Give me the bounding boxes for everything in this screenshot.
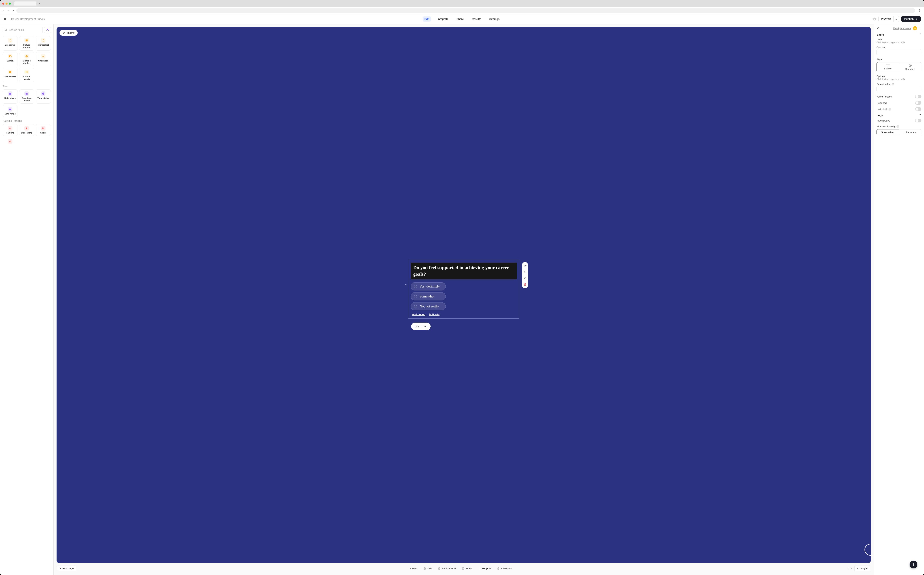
svg-point-22 [43,129,43,129]
page-tab-title[interactable]: Title [421,566,435,571]
svg-point-4 [10,56,11,57]
page-prev-icon[interactable]: ‹ [848,567,848,570]
field-type-link[interactable]: Multiple choice [893,27,911,30]
radio-icon [414,305,417,308]
section-basic-head[interactable]: Basic ⌃ [876,33,921,36]
field-checkbox[interactable]: Checkbox [36,52,51,67]
bulk-add-link[interactable]: Bulk add [429,313,440,316]
field-multiple-choice[interactable]: Multiple choice [19,52,34,67]
help-icon[interactable]: ? [892,83,894,86]
nav-forward-icon[interactable]: → [7,9,10,12]
field-ranking[interactable]: Ranking [3,124,18,136]
url-input[interactable] [16,8,915,13]
logic-button[interactable]: Logic [854,565,870,571]
swap-icon[interactable] [523,270,527,274]
bars-icon [8,139,13,144]
form-canvas[interactable]: Theme ⠿ Do you feel supported in achi [57,27,871,563]
close-icon[interactable]: ✕ [876,27,879,30]
window-max-dot[interactable] [9,3,11,5]
other-option-toggle[interactable] [915,95,921,98]
window-min-dot[interactable] [6,3,8,5]
add-option-link[interactable]: Add option [412,313,425,316]
question-title[interactable]: Do you feel supported in achieving your … [411,262,517,280]
page-tab-cover[interactable]: Cover [408,566,420,571]
trash-icon[interactable] [523,283,527,286]
field-time-picker[interactable]: Time picker [36,89,51,104]
help-icon[interactable]: ? [889,108,891,111]
default-value-label: Default value ? [876,83,921,86]
search-input[interactable]: Search fields [3,27,43,33]
copy-icon[interactable] [523,276,527,280]
field-dropdown[interactable]: Dropdown [3,36,18,51]
browser-menu-icon[interactable]: ⋮ [918,9,922,13]
nav-reload-icon[interactable]: ⟳ [12,9,14,12]
chevron-up-icon: ⌃ [919,33,921,36]
history-icon[interactable] [873,17,876,21]
default-value-input[interactable] [876,86,921,92]
preview-button[interactable]: Preview ⌄ [878,16,899,22]
nav-settings[interactable]: Settings [487,16,501,22]
half-width-toggle[interactable] [915,107,921,111]
field-checkboxes[interactable]: Checkboxes [3,68,18,82]
ai-sparkle-button[interactable] [44,27,51,33]
field-star-rating[interactable]: Star Rating [19,124,34,136]
theme-button[interactable]: Theme [59,30,78,36]
page-next-icon[interactable]: › [851,567,852,570]
hide-always-toggle[interactable] [915,119,921,122]
help-icon[interactable]: ? [897,125,899,128]
svg-rect-25 [10,141,10,142]
field-switch[interactable]: Switch [3,52,18,67]
page-tab-skills[interactable]: Skills [459,566,475,571]
calendar-icon [8,91,13,96]
page-tab-support[interactable]: ⋮ Support [475,566,494,571]
preview-dropdown-icon[interactable]: ⌄ [894,16,899,22]
home-icon[interactable] [3,17,6,21]
preview-button-label[interactable]: Preview [879,16,894,22]
other-option-label: "Other" option [876,95,892,98]
page-icon [462,567,464,570]
question-block: ⠿ Do you feel supported in achieving you… [408,260,519,330]
new-tab-button[interactable]: + [37,2,41,6]
window-close-dot[interactable] [2,3,4,5]
style-standard-seg[interactable]: Standard [899,62,921,72]
field-extra[interactable] [3,137,18,145]
next-button[interactable]: Next → [411,322,430,330]
caption-input[interactable] [876,49,921,56]
required-toggle[interactable] [915,101,921,105]
field-choice-matrix[interactable]: Choice matrix [19,68,34,82]
nav-back-icon[interactable]: ← [2,9,5,12]
clock-icon [41,91,45,96]
nav-results[interactable]: Results [470,16,483,22]
option-1[interactable]: Somewhat [411,292,446,300]
page-tab-satisfaction[interactable]: Satisfaction [435,566,459,571]
nav-integrate[interactable]: Integrate [436,16,450,22]
section-logic-head[interactable]: Logic ⌃ [876,114,921,117]
publish-button[interactable]: Publish [901,16,921,22]
matrix-icon [24,70,29,74]
help-fab[interactable]: ? [910,561,918,569]
hide-when-seg[interactable]: Hide when [899,129,921,135]
option-0[interactable]: Yes, definitely [411,282,446,291]
page-bar: + Add page Cover Title Satisf [57,565,871,572]
field-slider[interactable]: Slider [36,124,51,136]
add-page-button[interactable]: + Add page [57,565,76,571]
radio-icon [414,285,417,288]
bubble-style-icon [886,64,890,66]
option-2[interactable]: No, not really [411,302,446,310]
field-datetime-picker[interactable]: Date time picker [19,89,34,104]
style-bubble-seg[interactable]: Bubble [876,62,899,72]
show-when-seg[interactable]: Show when [876,129,899,135]
field-date-range[interactable]: Date range [3,105,18,117]
svg-point-15 [26,72,27,73]
field-picture-choice[interactable]: Picture choice [19,36,34,51]
svg-point-13 [26,71,27,72]
nav-share[interactable]: Share [455,16,465,22]
browser-tab[interactable] [14,2,37,6]
drag-handle-icon[interactable]: ⠿ [405,284,407,287]
gear-icon[interactable] [523,264,527,268]
more-icon[interactable]: ⋮ [919,27,921,30]
field-multiselect[interactable]: Multiselect [36,36,51,51]
page-tab-resource[interactable]: Resource [494,566,515,571]
nav-edit[interactable]: Edit [423,16,431,22]
field-date-picker[interactable]: Date picker [3,89,18,104]
